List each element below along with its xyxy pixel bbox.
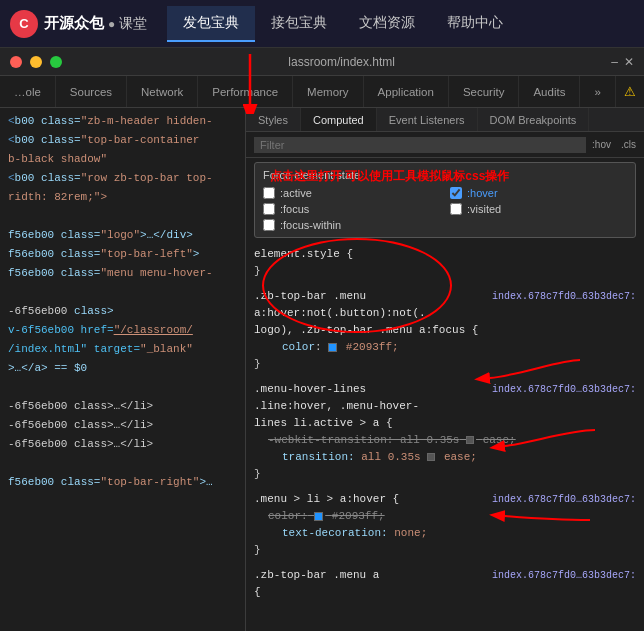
filter-bar: :hov .cls [246, 132, 644, 158]
css-rule-element-style: element.style { } [254, 246, 636, 280]
html-line [0, 378, 245, 397]
css-selector-3: .menu-hover-lines [254, 381, 366, 398]
tab-event-listeners[interactable]: Event Listeners [377, 108, 478, 131]
css-source-link-2[interactable]: index.678c7fd0…63b3dec7: [492, 381, 636, 398]
html-panel: <b00 class="zb-m-header hidden- <b00 cla… [0, 108, 246, 631]
css-selector-2b: a:hover:not(.button):not(. [254, 307, 426, 319]
css-prop-transition: transition: [268, 451, 355, 463]
tab-dom-breakpoints[interactable]: DOM Breakpoints [478, 108, 590, 131]
force-state-panel: Force element state :active :hover :focu… [254, 162, 636, 238]
tab-sources[interactable]: Sources [56, 76, 127, 107]
css-prop-color: color [268, 341, 315, 353]
color-swatch-blue-2[interactable] [314, 512, 323, 521]
css-val-color: #2093ff; [346, 341, 399, 353]
css-close-brace-2: } [254, 358, 261, 370]
html-line: f56eb00 class="top-bar-left"> [0, 245, 245, 264]
devtools-tabs: …ole Sources Network Performance Memory … [0, 76, 644, 108]
main-area: <b00 class="zb-m-header hidden- <b00 cla… [0, 108, 644, 631]
html-line: >…</a> == $0 [0, 359, 245, 378]
nav-item-fabaobao[interactable]: 发包宝典 [167, 6, 255, 42]
css-selector-2c: logo), .zb-top-bar .menu a:focus { [254, 324, 478, 336]
filter-hov[interactable]: :hov [592, 139, 611, 150]
css-val-color-2: #2093ff; [332, 510, 385, 522]
focus-within-checkbox[interactable] [263, 219, 275, 231]
focus-within-label: :focus-within [280, 219, 341, 231]
brand-sub: 课堂 [119, 15, 147, 33]
filter-input[interactable] [254, 137, 586, 153]
color-swatch-blue[interactable] [328, 343, 337, 352]
css-selector-3c: lines li.active > a { [254, 417, 393, 429]
close-button[interactable] [10, 56, 22, 68]
css-selector: element.style { [254, 248, 353, 260]
html-line [0, 283, 245, 302]
force-visited: :visited [450, 203, 627, 215]
html-line: -6f56eb00 class>…</li> [0, 416, 245, 435]
html-line: f56eb00 class="top-bar-right">… [0, 473, 245, 492]
css-rule-zb-top-bar: .zb-top-bar .menu index.678c7fd0…63b3dec… [254, 288, 636, 373]
css-source-link-4[interactable]: index.678c7fd0…63b3dec7: [492, 567, 636, 584]
html-line: f56eb00 class="menu menu-hover- [0, 264, 245, 283]
browser-bar: lassroom/index.html – ✕ [0, 48, 644, 76]
html-line: ridth: 82rem;"> [0, 188, 245, 207]
css-val-ease-2: ease; [444, 451, 477, 463]
css-prop-color-2: color: [268, 510, 308, 522]
html-line[interactable]: v-6f56eb00 href="/classroom/ [0, 321, 245, 340]
html-line [0, 207, 245, 226]
active-checkbox[interactable] [263, 187, 275, 199]
hover-label: :hover [467, 187, 498, 199]
html-line[interactable]: /index.html" target="_blank" [0, 340, 245, 359]
css-val-ease: ease; [483, 434, 516, 446]
tab-computed[interactable]: Computed [301, 108, 377, 131]
dot-separator: ● [108, 17, 115, 31]
html-line: <b00 class="zb-m-header hidden- [0, 112, 245, 131]
tab-styles[interactable]: Styles [246, 108, 301, 131]
tab-network[interactable]: Network [127, 76, 198, 107]
nav-item-jiebaobao[interactable]: 接包宝典 [255, 6, 343, 42]
css-prop-webkit: -webkit-transition: all 0.35s [268, 434, 459, 446]
css-selector-5: .zb-top-bar .menu a [254, 567, 379, 584]
tab-memory[interactable]: Memory [293, 76, 364, 107]
html-line: f56eb00 class="logo">…</div> [0, 226, 245, 245]
css-rule-zb-menu-a: .zb-top-bar .menu a index.678c7fd0…63b3d… [254, 567, 636, 601]
browser-url: lassroom/index.html [288, 55, 395, 69]
force-focus-within: :focus-within [263, 219, 440, 231]
window-close-icon[interactable]: ✕ [624, 55, 634, 69]
ease-swatch [466, 436, 474, 444]
css-val-text-dec: none; [394, 527, 427, 539]
css-close-brace: } [254, 265, 261, 277]
tab-application[interactable]: Application [364, 76, 449, 107]
nav-item-help[interactable]: 帮助中心 [431, 6, 519, 42]
maximize-button[interactable] [50, 56, 62, 68]
hover-checkbox[interactable] [450, 187, 462, 199]
styles-sub-tabs: Styles Computed Event Listeners DOM Brea… [246, 108, 644, 132]
tab-more[interactable]: » [580, 76, 615, 107]
css-rule-menu-hover-lines: .menu-hover-lines index.678c7fd0…63b3dec… [254, 381, 636, 483]
css-selector-5b: { [254, 586, 261, 598]
window-controls [10, 56, 62, 68]
tab-console[interactable]: …ole [0, 76, 56, 107]
tab-audits[interactable]: Audits [519, 76, 580, 107]
css-selector-3b: .line:hover, .menu-hover- [254, 400, 419, 412]
css-prop-text-dec: text-decoration: [268, 527, 388, 539]
visited-checkbox[interactable] [450, 203, 462, 215]
html-line [0, 454, 245, 473]
logo-area: C 开源众包 ● 课堂 [10, 10, 147, 38]
force-state-grid: :active :hover :focus :visited [263, 187, 627, 231]
tab-security[interactable]: Security [449, 76, 520, 107]
minimize-button[interactable] [30, 56, 42, 68]
force-focus: :focus [263, 203, 440, 215]
force-active: :active [263, 187, 440, 199]
css-close-brace-4: } [254, 544, 261, 556]
devtools-warning: ⚠ [624, 84, 644, 99]
filter-cls[interactable]: .cls [621, 139, 636, 150]
html-line: -6f56eb00 class>…</li> [0, 397, 245, 416]
tab-performance[interactable]: Performance [198, 76, 293, 107]
force-hover: :hover [450, 187, 627, 199]
html-line: -6f56eb00 class> [0, 302, 245, 321]
css-source-link[interactable]: index.678c7fd0…63b3dec7: [492, 288, 636, 305]
css-source-link-3[interactable]: index.678c7fd0…63b3dec7: [492, 491, 636, 508]
window-minimize-icon[interactable]: – [611, 55, 618, 69]
focus-checkbox[interactable] [263, 203, 275, 215]
nav-item-doc[interactable]: 文档资源 [343, 6, 431, 42]
logo-icon: C [10, 10, 38, 38]
